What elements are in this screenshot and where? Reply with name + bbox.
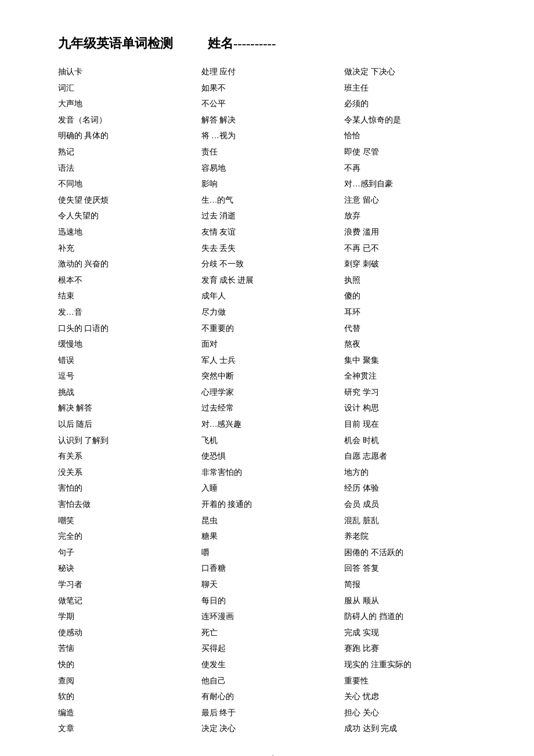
word-cell: 他自己	[201, 673, 345, 689]
word-cell: 软的	[58, 689, 201, 705]
word-cell: 苦恼	[58, 640, 201, 657]
word-cell: 友情 友谊	[201, 224, 345, 240]
word-cell: 糖果	[201, 528, 345, 545]
word-cell: 使发生	[201, 657, 345, 673]
word-cell: 有耐心的	[201, 689, 345, 705]
word-cell: 傻的	[344, 288, 488, 304]
word-cell: 代替	[344, 321, 488, 337]
word-cell: 补充	[58, 240, 201, 257]
word-cell: 注意 留心	[344, 192, 488, 208]
word-cell: 害怕去做	[58, 496, 201, 513]
word-cell: 军人 士兵	[201, 352, 345, 369]
word-cell: 简报	[344, 577, 488, 593]
word-cell: 研究 学习	[344, 384, 488, 401]
word-cell: 防碍人的 挡道的	[344, 609, 488, 625]
word-cell: 养老院	[344, 528, 488, 545]
word-cell: 查阅	[58, 673, 201, 689]
word-cell: 决定 决心	[201, 721, 345, 737]
word-cell: 必须的	[344, 96, 488, 112]
word-cell: 生…的气	[201, 192, 345, 208]
word-cell: 服从 顺从	[344, 593, 488, 609]
word-cell: 刺穿 刺破	[344, 256, 488, 272]
word-grid: 抽认卡处理 应付做决定 下决心词汇如果不班主任大声地不公平必须的发音（名词）解答…	[58, 64, 488, 737]
word-cell: 编造	[58, 705, 201, 721]
word-cell: 不再	[344, 160, 488, 177]
word-cell: 影响	[201, 176, 345, 192]
word-cell: 发育 成长 进展	[201, 272, 345, 289]
word-cell: 学期	[58, 609, 201, 625]
word-cell: 嚼	[201, 545, 345, 561]
word-cell: 没关系	[58, 465, 201, 481]
word-cell: 文章	[58, 721, 201, 737]
word-cell: 过去经常	[201, 400, 345, 416]
word-cell: 发音（名词）	[58, 112, 201, 128]
word-cell: 心理学家	[201, 384, 345, 401]
word-cell: 目前 现在	[344, 416, 488, 433]
title-main: 九年级英语单词检测	[58, 35, 173, 52]
word-cell: 逗号	[58, 368, 201, 384]
word-cell: 迅速地	[58, 224, 201, 240]
word-cell: 飞机	[201, 433, 345, 449]
word-cell: 现实的 注重实际的	[344, 657, 488, 673]
word-cell: 不重要的	[201, 321, 345, 337]
word-cell: 秘诀	[58, 560, 201, 577]
word-cell: 入睡	[201, 480, 345, 496]
word-cell: 使恐惧	[201, 448, 345, 465]
word-cell: 不同地	[58, 176, 201, 192]
word-cell: 完全的	[58, 528, 201, 545]
word-cell: 执照	[344, 272, 488, 289]
word-cell: 快的	[58, 657, 201, 673]
word-cell: 明确的 具体的	[58, 128, 201, 144]
word-cell: 担心 关心	[344, 705, 488, 721]
word-cell: 语法	[58, 160, 201, 177]
word-cell: 责任	[201, 144, 345, 160]
word-cell: 发…音	[58, 304, 201, 321]
word-cell: 会员 成员	[344, 496, 488, 513]
word-cell: 认识到 了解到	[58, 433, 201, 449]
page-title: 九年级英语单词检测 姓名----------	[58, 35, 488, 52]
word-cell: 困倦的 不活跃的	[344, 545, 488, 561]
word-cell: 激动的 兴奋的	[58, 256, 201, 272]
word-cell: 连环漫画	[201, 609, 345, 625]
word-cell: 开着的 接通的	[201, 496, 345, 513]
word-cell: 以后 随后	[58, 416, 201, 433]
word-cell: 耳环	[344, 304, 488, 321]
word-cell: 做决定 下决心	[344, 64, 488, 80]
word-cell: 机会 时机	[344, 433, 488, 449]
word-cell: 使感动	[58, 625, 201, 641]
word-cell: 结束	[58, 288, 201, 304]
word-cell: 成年人	[201, 288, 345, 304]
word-cell: 容易地	[201, 160, 345, 177]
word-cell: 设计 构思	[344, 400, 488, 416]
word-cell: 恰恰	[344, 128, 488, 144]
word-cell: 回答 答复	[344, 560, 488, 577]
word-cell: 挑战	[58, 384, 201, 401]
word-cell: 句子	[58, 545, 201, 561]
word-cell: 口头的 口语的	[58, 321, 201, 337]
word-cell: 将 …视为	[201, 128, 345, 144]
word-cell: 即使 尽管	[344, 144, 488, 160]
word-cell: 聊天	[201, 577, 345, 593]
word-cell: 面对	[201, 336, 345, 352]
word-cell: 放弃	[344, 208, 488, 224]
word-cell: 失去 丢失	[201, 240, 345, 257]
word-cell: 缓慢地	[58, 336, 201, 352]
word-cell: 混乱 脏乱	[344, 513, 488, 529]
word-cell: 对…感到自豪	[344, 176, 488, 192]
word-cell: 处理 应付	[201, 64, 345, 80]
word-cell: 不再 已不	[344, 240, 488, 257]
word-cell: 有关系	[58, 448, 201, 465]
word-cell: 不公平	[201, 96, 345, 112]
word-cell: 成功 达到 完成	[344, 721, 488, 737]
word-cell: 经历 体验	[344, 480, 488, 496]
word-cell: 地方的	[344, 465, 488, 481]
word-cell: 令某人惊奇的是	[344, 112, 488, 128]
word-cell: 使失望 使厌烦	[58, 192, 201, 208]
word-cell: 非常害怕的	[201, 465, 345, 481]
word-cell: 嘲笑	[58, 513, 201, 529]
word-cell: 重要性	[344, 673, 488, 689]
word-cell: 自愿 志愿者	[344, 448, 488, 465]
page: 九年级英语单词检测 姓名---------- 抽认卡处理 应付做决定 下决心词汇…	[0, 0, 534, 756]
word-cell: 死亡	[201, 625, 345, 641]
title-name: 姓名----------	[208, 35, 276, 52]
